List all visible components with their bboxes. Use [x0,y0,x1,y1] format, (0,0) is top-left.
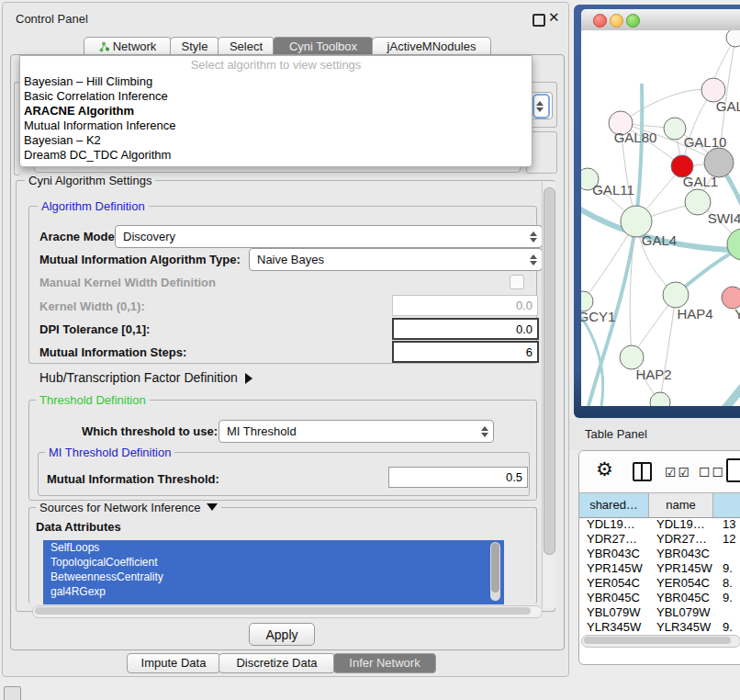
table-row[interactable]: YLR345WYLR345W9. [579,620,740,635]
attribute-list-item[interactable]: BetweennessCentrality [43,570,504,584]
table-cell[interactable]: YBR043C [579,547,649,561]
sources-group-title[interactable]: Sources for Network Inference [36,501,221,514]
table-row[interactable]: YBR043CYBR043C [579,547,740,561]
algorithm-dropdown-item[interactable]: Dream8 DC_TDC Algorithm [20,148,532,163]
table-cell[interactable]: 9. [713,591,733,605]
table-cell[interactable]: 9. [713,561,733,576]
zoom-traffic-light[interactable] [626,14,640,28]
column-header-shared-name[interactable]: shared… [579,493,649,517]
network-node-label: GAL11 [592,182,634,198]
algorithm-dropdown-item[interactable]: Basic Correlation Inference [20,89,532,104]
table-row[interactable]: YBL079WYBL079W [579,605,740,620]
desktop: Control Panel ✕ Network Style Select Cyn… [0,0,740,700]
gear-icon[interactable]: ⚙ [596,458,613,480]
network-node[interactable] [726,30,740,47]
table-cell[interactable] [713,605,723,620]
aracne-mode-combobox[interactable]: Discovery [115,225,543,248]
tab-impute-data[interactable]: Impute Data [127,653,220,673]
table-cell[interactable]: YBR043C [649,547,713,561]
split-columns-icon[interactable] [633,462,652,481]
attribute-list-item[interactable]: gal4RGexp [43,584,504,599]
attribute-list-item[interactable]: TopologicalCoefficient [43,555,504,570]
table-row[interactable]: YBR045CYBR045C9. [579,591,740,605]
close-icon[interactable]: ✕ [548,9,560,26]
apply-button-label: Apply [265,627,297,642]
attribute-list-item[interactable]: SelfLoops [43,540,504,555]
algorithm-dropdown-item[interactable]: Bayesian – Hill Climbing [20,74,532,89]
network-edge[interactable] [660,295,676,402]
table-cell[interactable]: YPR145W [579,561,649,576]
combo-stepper-icon [481,426,488,437]
tab-infer-network[interactable]: Infer Network [333,653,436,673]
tab-jactivemnodules[interactable]: jActiveMNodules [372,37,491,55]
table-cell[interactable]: 13 [713,517,735,532]
tab-select[interactable]: Select [218,37,275,55]
algorithm-dropdown-item[interactable]: Mutual Information Inference [20,119,532,133]
algorithm-dropdown-item[interactable]: ARACNE Algorithm [20,104,532,119]
minimized-panel-button[interactable] [4,686,21,700]
table-cell[interactable]: 9. [713,620,733,635]
network-node[interactable] [663,282,689,308]
dpi-tolerance-field[interactable]: 0.0 [392,318,539,340]
minimize-traffic-light[interactable] [610,14,623,28]
data-attributes-list[interactable]: SelfLoopsTopologicalCoefficientBetweenne… [43,540,504,604]
network-canvas[interactable]: GAL7GAL80GAL10GAL1GAL11SWI4GAL4GCY1HAP4Y… [581,30,740,406]
checked-boxes-icon[interactable]: ☑☑ [665,465,691,480]
table-row[interactable]: YDL19…YDL19…13 [579,517,740,532]
table-cell[interactable]: YBL079W [649,605,713,620]
apply-button[interactable]: Apply [249,623,315,646]
mi-threshold-field[interactable]: 0.5 [388,467,528,488]
table-cell[interactable]: YPR145W [649,561,713,576]
table-cell[interactable]: YLR345W [649,620,713,635]
table-cell[interactable]: YDR27… [579,532,649,547]
table-cell[interactable]: YER054C [579,576,649,591]
float-window-icon[interactable] [533,14,545,27]
table-row[interactable]: YPR145WYPR145W9. [579,561,740,576]
new-table-icon[interactable] [726,458,740,482]
mi-type-combobox[interactable]: Naive Bayes [249,248,543,271]
close-traffic-light[interactable] [593,14,607,28]
manual-kernel-checkbox[interactable] [510,275,524,289]
unchecked-boxes-icon[interactable]: ☐☐ [699,465,725,480]
scrollbar-thumb[interactable] [584,637,731,644]
network-node[interactable] [650,392,670,406]
scrollbar-thumb[interactable] [544,187,555,555]
table-cell[interactable]: 8. [713,576,733,591]
kernel-width-field[interactable]: 0.0 [392,295,538,316]
network-window-titlebar[interactable] [581,9,740,31]
table-horizontal-scrollbar[interactable] [581,635,740,648]
table-row[interactable]: YER054CYER054C8. [579,576,740,591]
network-edge[interactable] [719,376,740,406]
column-header-cut[interactable] [713,493,740,517]
table-cell[interactable]: YLR345W [579,620,649,635]
tab-network[interactable]: Network [84,37,172,55]
scrollbar-thumb[interactable] [491,543,499,593]
table-cell[interactable]: YDL19… [579,517,649,532]
table-cell[interactable]: YDR27… [649,532,713,547]
algorithm-dropdown-item[interactable]: Bayesian – K2 [20,133,532,148]
network-node[interactable] [664,118,686,140]
sources-title-label: Sources for Network Inference [39,501,201,514]
algorithm-dropdown-prompt: Select algorithm to view settings [20,56,532,74]
tab-discretize-data[interactable]: Discretize Data [219,653,335,673]
mi-steps-field[interactable]: 6 [392,341,539,363]
table-cell[interactable]: YER054C [649,576,713,591]
column-header-name[interactable]: name [649,493,713,517]
table-cell[interactable] [713,547,723,561]
table-cell[interactable]: YBL079W [579,605,649,620]
hub-definition-disclosure[interactable]: Hub/Transcription Factor Definition [39,370,252,385]
table-cell[interactable]: YDL19… [649,517,713,532]
tab-style[interactable]: Style [170,37,219,55]
network-edge[interactable] [621,89,713,123]
table-cell[interactable]: YBR045C [579,591,649,605]
table-cell[interactable]: 12 [713,532,735,547]
attributes-list-scrollbar[interactable] [490,542,500,601]
table-cell[interactable]: YBR045C [649,591,713,605]
which-threshold-combobox[interactable]: MI Threshold [219,420,494,443]
settings-vertical-scrollbar[interactable] [542,182,555,608]
settings-horizontal-scrollbar[interactable] [32,605,543,618]
network-node-label: Y [734,306,740,322]
scrollbar-thumb[interactable] [35,607,531,615]
table-row[interactable]: YDR27…YDR27…12 [579,532,740,547]
tab-cyni-toolbox[interactable]: Cyni Toolbox [273,37,374,55]
